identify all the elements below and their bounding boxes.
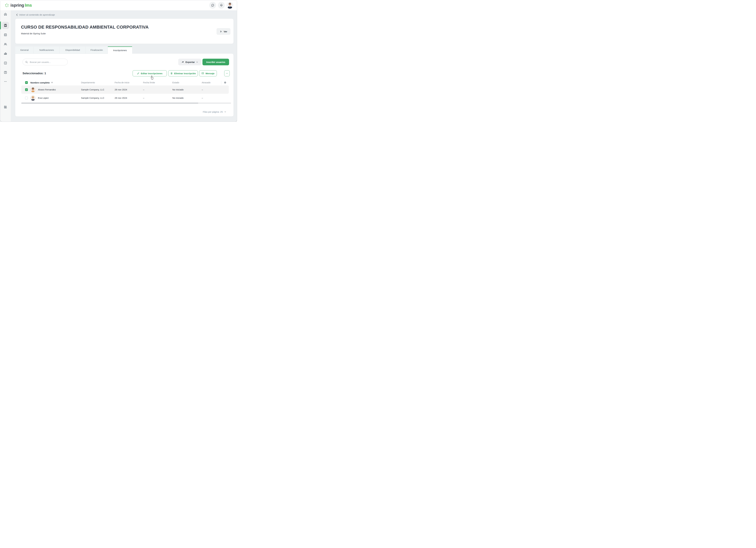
sidebar-item-more[interactable] <box>2 78 9 85</box>
logo-text: ispringlms <box>10 3 32 7</box>
cell-start-date: 28 nov 2024 <box>115 88 143 91</box>
search-icon <box>25 61 28 64</box>
envelope-icon <box>201 72 204 75</box>
chevron-left-icon <box>16 14 18 16</box>
course-subtitle: Material de iSpring Suite <box>21 32 233 35</box>
tab-notificaciones[interactable]: Notificaciones <box>34 46 60 54</box>
selected-count: Seleccionados: 1 <box>23 72 46 75</box>
column-header-start-date[interactable]: Fecha de inicio <box>115 81 143 84</box>
sidebar-item-apps[interactable] <box>2 103 9 111</box>
cell-status: No iniciado <box>172 88 202 91</box>
topbar: ispringlms <box>0 0 237 10</box>
breadcrumb-label: Volver al contenido de aprendizaje <box>19 13 55 16</box>
table-header-row: Nombre completo Departamento Fecha de in… <box>21 80 229 85</box>
delete-enrollment-label: Eliminar inscripción <box>174 72 196 75</box>
app-shell: Volver al contenido de aprendizaje CURSO… <box>0 10 237 122</box>
chevron-down-icon <box>196 61 198 63</box>
logo-product: lms <box>25 3 32 8</box>
row-checkbox-unchecked[interactable] <box>25 97 28 99</box>
cell-overdue: – <box>202 88 221 91</box>
logo-brand: ispring <box>10 3 24 8</box>
delete-enrollment-button[interactable]: Eliminar inscripción <box>168 70 198 76</box>
more-actions-button[interactable] <box>224 70 230 76</box>
bell-icon <box>220 4 223 7</box>
rows-per-page-value: 25 <box>220 111 223 113</box>
column-header-due-date[interactable]: Fecha límite <box>143 81 172 84</box>
search-box <box>23 59 68 65</box>
message-button[interactable]: Mensaje <box>199 70 217 76</box>
ispring-lms-window: ispringlms <box>0 0 237 122</box>
play-icon <box>220 30 222 33</box>
sidebar-item-reports[interactable] <box>2 50 9 57</box>
sort-asc-icon <box>51 82 53 84</box>
avatar <box>30 95 36 101</box>
chevron-down-icon <box>224 111 226 113</box>
row-checkbox-checked[interactable] <box>25 88 28 91</box>
search-input[interactable] <box>29 61 68 64</box>
cell-start-date: 28 nov 2024 <box>115 97 143 99</box>
breadcrumb-back-link[interactable]: Volver al contenido de aprendizaje <box>16 13 55 16</box>
rows-per-page-control[interactable]: Filas por página: 25 <box>203 111 226 113</box>
course-tabs: General Notificaciones Disponibilidad Fi… <box>15 46 233 54</box>
tab-general[interactable]: General <box>15 46 34 54</box>
select-all-checkbox[interactable] <box>25 81 28 84</box>
export-arrow-icon <box>181 61 184 64</box>
ellipsis-icon <box>226 72 228 75</box>
notifications-button[interactable] <box>218 2 225 9</box>
cell-due-date: – <box>143 97 172 99</box>
tab-finalizacion[interactable]: Finalización <box>86 46 108 54</box>
users-icon <box>4 42 7 46</box>
column-settings-button[interactable] <box>221 81 229 85</box>
course-header-card: CURSO DE RESPONSABILIDAD AMBIENTAL CORPO… <box>15 19 233 44</box>
horizontal-scrollbar[interactable] <box>21 103 231 104</box>
sidebar-item-home[interactable] <box>2 11 9 18</box>
sidebar-item-info[interactable] <box>2 59 9 67</box>
avatar <box>30 87 36 92</box>
user-name: Eva Lopez <box>38 97 49 99</box>
tab-disponibilidad[interactable]: Disponibilidad <box>60 46 86 54</box>
column-name-label: Nombre completo <box>30 81 50 84</box>
chat-bubble-icon <box>211 4 214 7</box>
trash-icon <box>170 72 173 75</box>
edit-enrollments-button[interactable]: Editar inscripciones <box>133 70 167 76</box>
cell-department: Sample Company, LLC <box>81 97 115 99</box>
sidebar-item-people[interactable] <box>2 41 9 48</box>
cell-overdue: – <box>202 97 221 99</box>
ispring-flower-icon <box>4 3 9 8</box>
cell-due-date: – <box>143 88 172 91</box>
gear-icon <box>224 81 227 84</box>
sidebar-item-help[interactable] <box>2 69 9 76</box>
enrollments-table: Nombre completo Departamento Fecha de in… <box>21 80 229 104</box>
help-square-icon <box>4 71 7 74</box>
export-button[interactable]: Exportar <box>178 59 201 65</box>
table-row-alvaro-fernandez[interactable]: Alvaro Fernandez Sample Company, LLC 28 … <box>21 85 229 94</box>
bar-chart-icon <box>4 52 7 55</box>
sidebar-active-indicator <box>0 21 1 29</box>
horizontal-scrollbar-thumb[interactable] <box>21 103 198 104</box>
pencil-icon <box>137 72 139 75</box>
message-label: Mensaje <box>205 72 214 75</box>
calendar-icon <box>4 33 7 37</box>
course-title: CURSO DE RESPONSABILIDAD AMBIENTAL CORPO… <box>21 25 233 30</box>
edit-enrollments-label: Editar inscripciones <box>141 72 162 75</box>
ispring-logo[interactable]: ispringlms <box>4 3 32 8</box>
column-header-department[interactable]: Departamento <box>81 81 115 84</box>
cell-department: Sample Company, LLC <box>81 88 115 91</box>
sidebar-item-calendar[interactable] <box>2 31 9 38</box>
user-avatar[interactable] <box>226 2 233 9</box>
enroll-users-button[interactable]: Inscribir usuarios <box>202 59 229 65</box>
ellipsis-icon <box>4 80 7 83</box>
tab-inscripciones[interactable]: Inscripciones <box>108 46 132 54</box>
home-icon <box>4 12 7 16</box>
table-row-eva-lopez[interactable]: Eva Lopez Sample Company, LLC 28 nov 202… <box>21 94 229 102</box>
rows-per-page-label: Filas por página: 25 <box>203 111 223 113</box>
view-course-button[interactable]: Ver <box>217 28 230 35</box>
column-header-status[interactable]: Estado <box>172 81 202 84</box>
sidebar-item-learning-content[interactable] <box>2 22 9 29</box>
column-header-name[interactable]: Nombre completo <box>30 81 81 84</box>
column-header-overdue[interactable]: Atrasado <box>202 81 221 84</box>
topbar-actions <box>209 2 233 9</box>
chat-button[interactable] <box>209 2 216 9</box>
user-name: Alvaro Fernandez <box>38 88 56 91</box>
export-label: Exportar <box>186 61 195 63</box>
